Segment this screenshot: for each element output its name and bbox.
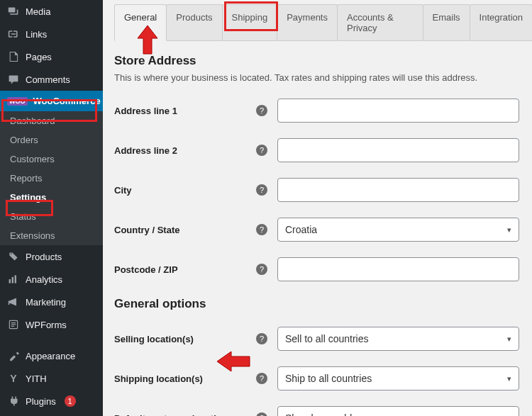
input-city[interactable] bbox=[277, 178, 519, 202]
media-icon bbox=[7, 5, 20, 18]
sidebar-item-wpforms[interactable]: WPForms bbox=[0, 313, 103, 336]
select-value: Sell to all countries bbox=[285, 333, 369, 344]
input-address-2[interactable] bbox=[277, 138, 519, 162]
sidebar-item-yith[interactable]: Y YITH bbox=[0, 367, 103, 390]
label-address-1: Address line 1 bbox=[114, 106, 256, 116]
tab-payments[interactable]: Payments bbox=[277, 4, 338, 40]
sidebar-item-label: WPForms bbox=[26, 320, 67, 330]
row-address-2: Address line 2 ? bbox=[114, 138, 532, 162]
input-postcode[interactable] bbox=[277, 257, 519, 281]
svg-rect-0 bbox=[9, 279, 11, 283]
help-icon[interactable]: ? bbox=[256, 373, 267, 384]
sidebar-item-plugins[interactable]: Plugins 1 bbox=[0, 390, 103, 412]
links-icon bbox=[7, 28, 20, 40]
pages-icon bbox=[7, 50, 20, 63]
select-shipping-locations[interactable]: Ship to all countries ▾ bbox=[277, 366, 519, 390]
tab-emails[interactable]: Emails bbox=[423, 4, 470, 40]
label-city: City bbox=[114, 185, 256, 196]
sidebar-item-appearance[interactable]: Appearance bbox=[0, 344, 103, 367]
plugins-count-badge: 1 bbox=[65, 395, 76, 407]
analytics-icon bbox=[7, 273, 20, 286]
tab-integration[interactable]: Integration bbox=[470, 4, 532, 40]
select-default-location[interactable]: Shop base address ▾ bbox=[277, 406, 519, 416]
sub-item-settings[interactable]: Settings bbox=[0, 188, 103, 207]
sidebar-item-label: Pages bbox=[26, 52, 52, 62]
sidebar-item-analytics[interactable]: Analytics bbox=[0, 268, 103, 291]
chevron-down-icon: ▾ bbox=[507, 414, 511, 417]
tab-general[interactable]: General bbox=[114, 4, 167, 41]
help-icon[interactable]: ? bbox=[256, 412, 267, 416]
sub-item-dashboard[interactable]: Dashboard bbox=[0, 111, 103, 130]
sidebar-item-comments[interactable]: Comments bbox=[0, 68, 103, 91]
sidebar-item-media[interactable]: Media bbox=[0, 0, 103, 23]
help-icon[interactable]: ? bbox=[256, 184, 267, 196]
select-value: Croatia bbox=[285, 224, 317, 235]
products-icon bbox=[7, 250, 20, 263]
input-address-1[interactable] bbox=[277, 99, 519, 123]
sub-item-orders[interactable]: Orders bbox=[0, 130, 103, 150]
marketing-icon bbox=[7, 296, 20, 308]
sidebar-item-links[interactable]: Links bbox=[0, 23, 103, 45]
sidebar-item-products[interactable]: Products bbox=[0, 245, 103, 268]
help-icon[interactable]: ? bbox=[256, 264, 267, 275]
sidebar-item-label: Analytics bbox=[26, 274, 62, 285]
row-city: City ? bbox=[114, 178, 532, 202]
row-selling-locations: Selling location(s) ? Sell to all countr… bbox=[114, 327, 532, 351]
sidebar-item-label: Plugins bbox=[26, 396, 56, 407]
sidebar-item-label: Appearance bbox=[26, 351, 75, 361]
section-heading-store: Store Address bbox=[114, 54, 532, 68]
chevron-down-icon: ▾ bbox=[507, 374, 511, 383]
row-country: Country / State ? Croatia ▾ bbox=[114, 218, 532, 242]
sidebar-item-label: Media bbox=[26, 6, 50, 17]
yith-icon: Y bbox=[7, 372, 20, 385]
sidebar-item-label: YITH bbox=[26, 373, 47, 384]
label-default-loc: Default customer location bbox=[114, 413, 256, 417]
tab-accounts[interactable]: Accounts & Privacy bbox=[337, 4, 423, 40]
row-address-1: Address line 1 ? bbox=[114, 99, 532, 123]
help-icon[interactable]: ? bbox=[256, 333, 267, 344]
label-address-2: Address line 2 bbox=[114, 145, 256, 156]
label-selling: Selling location(s) bbox=[114, 334, 256, 344]
help-icon[interactable]: ? bbox=[256, 224, 267, 235]
plugins-icon bbox=[7, 395, 20, 407]
label-country: Country / State bbox=[114, 225, 256, 235]
tab-products[interactable]: Products bbox=[166, 4, 222, 40]
select-value: Shop base address bbox=[285, 412, 371, 416]
sidebar-item-label: Marketing bbox=[26, 297, 66, 308]
comments-icon bbox=[7, 73, 20, 86]
help-icon[interactable]: ? bbox=[256, 145, 267, 156]
sidebar-item-woocommerce[interactable]: WOO WooCommerce bbox=[0, 91, 103, 111]
sidebar-item-label: Products bbox=[26, 252, 62, 262]
sidebar-item-label: Comments bbox=[26, 74, 70, 85]
row-postcode: Postcode / ZIP ? bbox=[114, 257, 532, 281]
svg-rect-1 bbox=[12, 277, 13, 283]
tab-shipping[interactable]: Shipping bbox=[222, 4, 278, 40]
wpforms-icon bbox=[7, 318, 20, 331]
sidebar-item-marketing[interactable]: Marketing bbox=[0, 291, 103, 313]
chevron-down-icon: ▾ bbox=[507, 335, 511, 344]
sub-item-extensions[interactable]: Extensions bbox=[0, 226, 103, 245]
row-default-location: Default customer location ? Shop base ad… bbox=[114, 406, 532, 416]
sidebar-item-pages[interactable]: Pages bbox=[0, 45, 103, 68]
sub-item-status[interactable]: Status bbox=[0, 207, 103, 226]
chevron-down-icon: ▾ bbox=[507, 225, 511, 235]
appearance-icon bbox=[7, 349, 20, 362]
admin-sidebar: Media Links Pages Comments WOO WooCommer… bbox=[0, 0, 103, 416]
help-icon[interactable]: ? bbox=[256, 105, 267, 116]
label-postcode: Postcode / ZIP bbox=[114, 264, 256, 275]
section-heading-general: General options bbox=[114, 297, 532, 311]
sidebar-item-label: Links bbox=[26, 29, 47, 40]
select-country[interactable]: Croatia ▾ bbox=[277, 218, 519, 242]
row-shipping-locations: Shipping location(s) ? Ship to all count… bbox=[114, 366, 532, 390]
settings-tabs: General Products Shipping Payments Accou… bbox=[114, 4, 532, 41]
sidebar-item-label: WooCommerce bbox=[33, 96, 101, 106]
label-shipping: Shipping location(s) bbox=[114, 373, 256, 384]
woocommerce-submenu: Dashboard Orders Customers Reports Setti… bbox=[0, 111, 103, 245]
select-value: Ship to all countries bbox=[285, 373, 372, 384]
main-content: General Products Shipping Payments Accou… bbox=[103, 0, 532, 416]
sub-item-reports[interactable]: Reports bbox=[0, 169, 103, 188]
woo-icon: WOO bbox=[7, 97, 28, 106]
select-selling-locations[interactable]: Sell to all countries ▾ bbox=[277, 327, 519, 351]
sub-item-customers[interactable]: Customers bbox=[0, 150, 103, 169]
svg-rect-2 bbox=[15, 275, 16, 283]
